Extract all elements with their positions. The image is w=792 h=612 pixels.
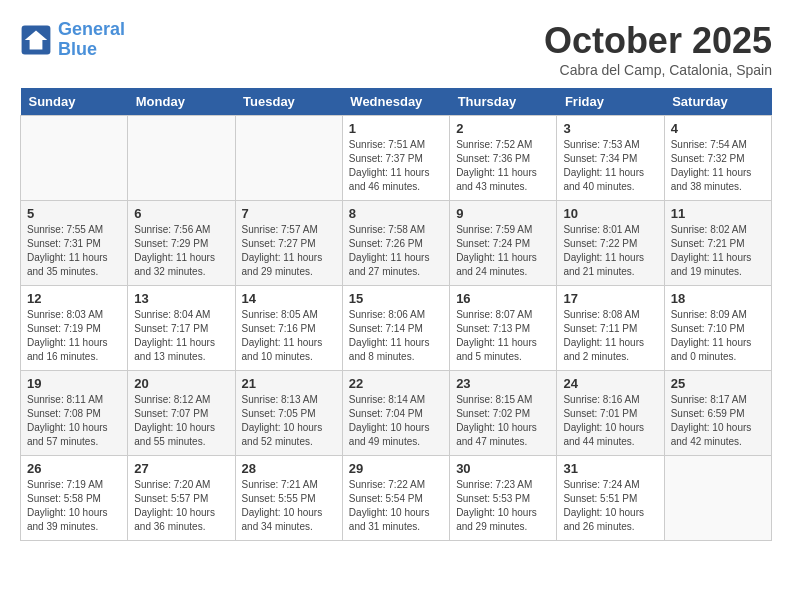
day-info: Sunrise: 8:17 AM Sunset: 6:59 PM Dayligh… <box>671 393 765 449</box>
calendar-cell <box>128 116 235 201</box>
calendar-cell: 29Sunrise: 7:22 AM Sunset: 5:54 PM Dayli… <box>342 456 449 541</box>
calendar-cell: 17Sunrise: 8:08 AM Sunset: 7:11 PM Dayli… <box>557 286 664 371</box>
day-number: 19 <box>27 376 121 391</box>
day-info: Sunrise: 8:13 AM Sunset: 7:05 PM Dayligh… <box>242 393 336 449</box>
day-info: Sunrise: 8:12 AM Sunset: 7:07 PM Dayligh… <box>134 393 228 449</box>
calendar-cell: 31Sunrise: 7:24 AM Sunset: 5:51 PM Dayli… <box>557 456 664 541</box>
day-number: 23 <box>456 376 550 391</box>
calendar-cell: 7Sunrise: 7:57 AM Sunset: 7:27 PM Daylig… <box>235 201 342 286</box>
day-info: Sunrise: 8:09 AM Sunset: 7:10 PM Dayligh… <box>671 308 765 364</box>
calendar-cell: 12Sunrise: 8:03 AM Sunset: 7:19 PM Dayli… <box>21 286 128 371</box>
calendar-cell <box>21 116 128 201</box>
day-number: 20 <box>134 376 228 391</box>
calendar-week-row: 12Sunrise: 8:03 AM Sunset: 7:19 PM Dayli… <box>21 286 772 371</box>
header-monday: Monday <box>128 88 235 116</box>
calendar-cell: 10Sunrise: 8:01 AM Sunset: 7:22 PM Dayli… <box>557 201 664 286</box>
day-info: Sunrise: 8:14 AM Sunset: 7:04 PM Dayligh… <box>349 393 443 449</box>
day-number: 31 <box>563 461 657 476</box>
calendar-cell: 26Sunrise: 7:19 AM Sunset: 5:58 PM Dayli… <box>21 456 128 541</box>
calendar-cell: 25Sunrise: 8:17 AM Sunset: 6:59 PM Dayli… <box>664 371 771 456</box>
day-info: Sunrise: 7:23 AM Sunset: 5:53 PM Dayligh… <box>456 478 550 534</box>
day-info: Sunrise: 8:01 AM Sunset: 7:22 PM Dayligh… <box>563 223 657 279</box>
calendar-header-row: SundayMondayTuesdayWednesdayThursdayFrid… <box>21 88 772 116</box>
calendar-cell: 13Sunrise: 8:04 AM Sunset: 7:17 PM Dayli… <box>128 286 235 371</box>
day-info: Sunrise: 7:52 AM Sunset: 7:36 PM Dayligh… <box>456 138 550 194</box>
day-info: Sunrise: 8:07 AM Sunset: 7:13 PM Dayligh… <box>456 308 550 364</box>
day-number: 27 <box>134 461 228 476</box>
day-number: 16 <box>456 291 550 306</box>
header-wednesday: Wednesday <box>342 88 449 116</box>
logo-icon <box>20 24 52 56</box>
day-info: Sunrise: 8:16 AM Sunset: 7:01 PM Dayligh… <box>563 393 657 449</box>
calendar-cell: 11Sunrise: 8:02 AM Sunset: 7:21 PM Dayli… <box>664 201 771 286</box>
header-saturday: Saturday <box>664 88 771 116</box>
calendar-week-row: 1Sunrise: 7:51 AM Sunset: 7:37 PM Daylig… <box>21 116 772 201</box>
day-number: 15 <box>349 291 443 306</box>
day-number: 26 <box>27 461 121 476</box>
calendar-cell: 24Sunrise: 8:16 AM Sunset: 7:01 PM Dayli… <box>557 371 664 456</box>
calendar-cell: 5Sunrise: 7:55 AM Sunset: 7:31 PM Daylig… <box>21 201 128 286</box>
calendar-cell: 2Sunrise: 7:52 AM Sunset: 7:36 PM Daylig… <box>450 116 557 201</box>
calendar-cell <box>664 456 771 541</box>
day-number: 1 <box>349 121 443 136</box>
calendar-week-row: 5Sunrise: 7:55 AM Sunset: 7:31 PM Daylig… <box>21 201 772 286</box>
calendar-table: SundayMondayTuesdayWednesdayThursdayFrid… <box>20 88 772 541</box>
calendar-cell: 22Sunrise: 8:14 AM Sunset: 7:04 PM Dayli… <box>342 371 449 456</box>
day-number: 17 <box>563 291 657 306</box>
day-number: 18 <box>671 291 765 306</box>
day-info: Sunrise: 7:19 AM Sunset: 5:58 PM Dayligh… <box>27 478 121 534</box>
header-sunday: Sunday <box>21 88 128 116</box>
page-header: General Blue October 2025 Cabra del Camp… <box>20 20 772 78</box>
day-number: 4 <box>671 121 765 136</box>
day-number: 11 <box>671 206 765 221</box>
day-number: 22 <box>349 376 443 391</box>
calendar-cell: 3Sunrise: 7:53 AM Sunset: 7:34 PM Daylig… <box>557 116 664 201</box>
day-number: 25 <box>671 376 765 391</box>
day-info: Sunrise: 7:59 AM Sunset: 7:24 PM Dayligh… <box>456 223 550 279</box>
calendar-cell: 14Sunrise: 8:05 AM Sunset: 7:16 PM Dayli… <box>235 286 342 371</box>
day-info: Sunrise: 7:54 AM Sunset: 7:32 PM Dayligh… <box>671 138 765 194</box>
day-info: Sunrise: 8:06 AM Sunset: 7:14 PM Dayligh… <box>349 308 443 364</box>
day-info: Sunrise: 7:24 AM Sunset: 5:51 PM Dayligh… <box>563 478 657 534</box>
calendar-cell: 16Sunrise: 8:07 AM Sunset: 7:13 PM Dayli… <box>450 286 557 371</box>
calendar-cell: 6Sunrise: 7:56 AM Sunset: 7:29 PM Daylig… <box>128 201 235 286</box>
day-number: 5 <box>27 206 121 221</box>
day-number: 8 <box>349 206 443 221</box>
calendar-cell: 28Sunrise: 7:21 AM Sunset: 5:55 PM Dayli… <box>235 456 342 541</box>
calendar-cell: 20Sunrise: 8:12 AM Sunset: 7:07 PM Dayli… <box>128 371 235 456</box>
day-number: 21 <box>242 376 336 391</box>
calendar-cell: 9Sunrise: 7:59 AM Sunset: 7:24 PM Daylig… <box>450 201 557 286</box>
day-info: Sunrise: 8:08 AM Sunset: 7:11 PM Dayligh… <box>563 308 657 364</box>
day-number: 29 <box>349 461 443 476</box>
calendar-cell: 1Sunrise: 7:51 AM Sunset: 7:37 PM Daylig… <box>342 116 449 201</box>
day-number: 3 <box>563 121 657 136</box>
calendar-cell: 30Sunrise: 7:23 AM Sunset: 5:53 PM Dayli… <box>450 456 557 541</box>
title-block: October 2025 Cabra del Camp, Catalonia, … <box>544 20 772 78</box>
logo-line2: Blue <box>58 39 97 59</box>
day-number: 13 <box>134 291 228 306</box>
header-friday: Friday <box>557 88 664 116</box>
day-number: 30 <box>456 461 550 476</box>
day-info: Sunrise: 7:20 AM Sunset: 5:57 PM Dayligh… <box>134 478 228 534</box>
day-number: 10 <box>563 206 657 221</box>
calendar-cell: 21Sunrise: 8:13 AM Sunset: 7:05 PM Dayli… <box>235 371 342 456</box>
day-info: Sunrise: 8:05 AM Sunset: 7:16 PM Dayligh… <box>242 308 336 364</box>
day-info: Sunrise: 8:02 AM Sunset: 7:21 PM Dayligh… <box>671 223 765 279</box>
day-number: 14 <box>242 291 336 306</box>
day-number: 28 <box>242 461 336 476</box>
day-info: Sunrise: 8:15 AM Sunset: 7:02 PM Dayligh… <box>456 393 550 449</box>
calendar-cell: 8Sunrise: 7:58 AM Sunset: 7:26 PM Daylig… <box>342 201 449 286</box>
day-info: Sunrise: 7:56 AM Sunset: 7:29 PM Dayligh… <box>134 223 228 279</box>
calendar-cell: 15Sunrise: 8:06 AM Sunset: 7:14 PM Dayli… <box>342 286 449 371</box>
calendar-cell <box>235 116 342 201</box>
header-tuesday: Tuesday <box>235 88 342 116</box>
logo-text: General Blue <box>58 20 125 60</box>
day-info: Sunrise: 7:22 AM Sunset: 5:54 PM Dayligh… <box>349 478 443 534</box>
day-number: 6 <box>134 206 228 221</box>
day-number: 24 <box>563 376 657 391</box>
day-number: 2 <box>456 121 550 136</box>
calendar-week-row: 26Sunrise: 7:19 AM Sunset: 5:58 PM Dayli… <box>21 456 772 541</box>
calendar-cell: 4Sunrise: 7:54 AM Sunset: 7:32 PM Daylig… <box>664 116 771 201</box>
header-thursday: Thursday <box>450 88 557 116</box>
calendar-cell: 23Sunrise: 8:15 AM Sunset: 7:02 PM Dayli… <box>450 371 557 456</box>
